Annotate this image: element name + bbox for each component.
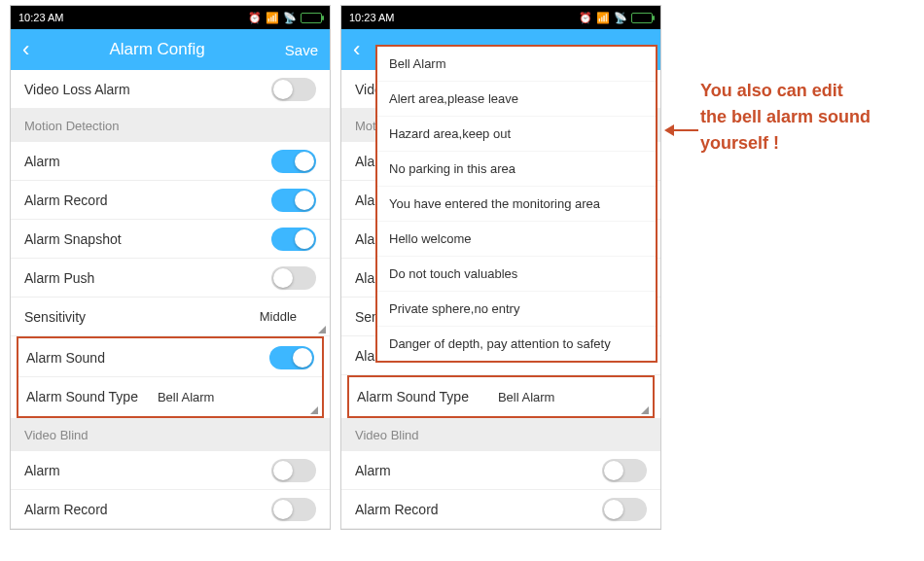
dropdown-item[interactable]: Danger of depth, pay attention to safety	[377, 327, 656, 361]
sensitivity-label: Sensitivity	[24, 309, 260, 325]
alarm-sound-dropdown[interactable]: Bell Alarm Alert area,please leave Hazar…	[375, 45, 657, 363]
status-bar: 10:23 AM ⏰ 📶 📡	[341, 6, 660, 29]
alarm-push-toggle[interactable]	[271, 266, 316, 290]
section-video-blind: Video Blind	[11, 418, 330, 451]
row-video-loss-alarm: Video Loss Alarm	[11, 70, 330, 109]
section-video-blind: Video Blind	[341, 418, 660, 451]
alarm-push-label: Alarm Push	[24, 270, 271, 286]
alarm-clock-icon: ⏰	[248, 12, 262, 24]
row-alarm-sound: Alarm Sound	[18, 338, 322, 377]
back-icon[interactable]: ‹	[22, 37, 29, 62]
annotation-line: yourself !	[700, 130, 871, 157]
vb-alarm-record-toggle[interactable]	[602, 498, 647, 521]
vb-alarm-label: Alarm	[24, 463, 271, 478]
video-loss-toggle[interactable]	[271, 78, 316, 101]
row-alarm-push: Alarm Push	[11, 259, 330, 298]
status-time: 10:23 AM	[349, 12, 394, 23]
row-alarm-sound-type[interactable]: Alarm Sound Type Bell Alarm	[18, 377, 322, 416]
vb-alarm-record-label: Alarm Record	[355, 502, 602, 517]
highlighted-group-2: Alarm Sound Type Bell Alarm	[347, 375, 655, 418]
page-title: Alarm Config	[29, 40, 284, 59]
row-alarm-record: Alarm Record	[11, 181, 330, 220]
resize-handle-icon	[318, 326, 326, 333]
signal-icon: 📶	[266, 12, 279, 24]
wifi-icon: 📡	[614, 12, 627, 24]
dropdown-item[interactable]: No parking in this area	[377, 152, 656, 187]
row-sensitivity[interactable]: Sensitivity Middle	[11, 298, 330, 336]
sensitivity-value: Middle	[260, 309, 297, 324]
alarm-sound-type-label: Alarm Sound Type	[26, 389, 138, 404]
phone-screenshot-2: 10:23 AM ⏰ 📶 📡 ‹ Video Loss Alarm Motion…	[340, 5, 661, 530]
annotation-text: You also can edit the bell alarm sound y…	[700, 78, 871, 157]
alarm-sound-type-value: Bell Alarm	[498, 390, 555, 404]
back-icon[interactable]: ‹	[353, 37, 360, 62]
alarm-sound-toggle[interactable]	[269, 346, 314, 369]
dropdown-item[interactable]: Bell Alarm	[377, 47, 656, 82]
resize-handle-icon	[641, 406, 649, 414]
status-icons: ⏰ 📶 📡	[248, 12, 322, 24]
vb-alarm-toggle[interactable]	[602, 459, 647, 482]
alarm-snapshot-toggle[interactable]	[271, 228, 316, 251]
alarm-sound-label: Alarm Sound	[26, 350, 269, 366]
annotation-line: You also can edit	[700, 78, 871, 104]
dropdown-item[interactable]: You have entered the monitoring area	[377, 187, 656, 222]
highlighted-group-1: Alarm Sound Alarm Sound Type Bell Alarm	[17, 336, 324, 418]
battery-icon	[301, 13, 322, 23]
dropdown-item[interactable]: Alert area,please leave	[377, 82, 656, 117]
row-alarm-snapshot: Alarm Snapshot	[11, 220, 330, 259]
alarm-record-label: Alarm Record	[24, 193, 271, 208]
status-bar: 10:23 AM ⏰ 📶 📡	[11, 6, 330, 29]
vb-alarm-toggle[interactable]	[271, 459, 316, 482]
row-video-blind-alarm: Alarm	[11, 451, 330, 490]
wifi-icon: 📡	[283, 12, 297, 24]
row-video-blind-alarm-record: Alarm Record	[341, 490, 660, 529]
vb-alarm-record-toggle[interactable]	[271, 498, 316, 521]
alarm-record-toggle[interactable]	[271, 189, 316, 212]
resize-handle-icon	[310, 406, 318, 414]
dropdown-item[interactable]: Hazard area,keep out	[377, 117, 656, 152]
alarm-sound-type-value: Bell Alarm	[158, 390, 215, 404]
alarm-snapshot-label: Alarm Snapshot	[24, 231, 271, 247]
row-video-blind-alarm: Alarm	[341, 451, 660, 490]
section-motion-detection: Motion Detection	[11, 109, 330, 142]
phone-screenshot-1: 10:23 AM ⏰ 📶 📡 ‹ Alarm Config Save Video…	[10, 5, 331, 530]
app-header: ‹ Alarm Config Save	[11, 29, 330, 70]
vb-alarm-record-label: Alarm Record	[24, 502, 271, 517]
signal-icon: 📶	[596, 12, 610, 24]
status-icons: ⏰ 📶 📡	[579, 12, 653, 24]
row-video-blind-alarm-record: Alarm Record	[11, 490, 330, 529]
save-button[interactable]: Save	[285, 42, 318, 58]
dropdown-item[interactable]: Hello welcome	[377, 222, 656, 257]
alarm-clock-icon: ⏰	[579, 12, 592, 24]
row-alarm: Alarm	[11, 142, 330, 181]
alarm-label: Alarm	[24, 154, 271, 169]
dropdown-item[interactable]: Do not touch valuables	[377, 257, 656, 292]
vb-alarm-label: Alarm	[355, 463, 602, 478]
dropdown-item[interactable]: Private sphere,no entry	[377, 292, 656, 327]
row-alarm-sound-type[interactable]: Alarm Sound Type Bell Alarm	[349, 377, 653, 416]
status-time: 10:23 AM	[18, 12, 63, 23]
video-loss-label: Video Loss Alarm	[24, 82, 271, 97]
alarm-sound-type-label: Alarm Sound Type	[357, 389, 469, 404]
alarm-toggle[interactable]	[271, 150, 316, 173]
annotation-line: the bell alarm sound	[700, 104, 871, 130]
battery-icon	[631, 13, 653, 23]
